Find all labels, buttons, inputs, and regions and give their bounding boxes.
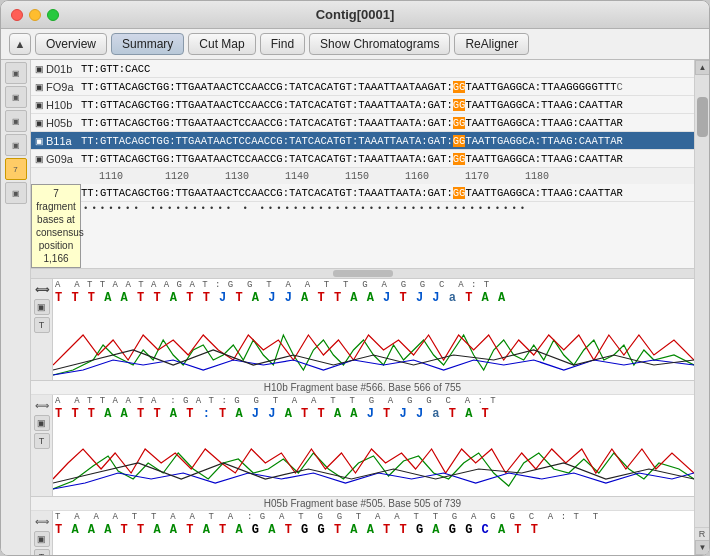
track-3-lower-seq: T A A A T T A A T A T A G A T G G T A A … xyxy=(53,523,694,537)
track-arrow-icon-3[interactable]: ⟺ xyxy=(34,513,50,529)
track-icon-1a[interactable]: ▣ xyxy=(34,299,50,315)
window-title: Contig[0001] xyxy=(316,7,395,22)
consensus-dots: ••••••• •••••••••• • •••••••••••••••••••… xyxy=(83,204,528,214)
right-scrollbar: ▲ R ▼ xyxy=(694,60,709,555)
track-1-upper-seq: A A T T A A T A A G A T : G G T A A T T … xyxy=(53,279,694,291)
find-button[interactable]: Find xyxy=(260,33,305,55)
tooltip-box: 7 fragment bases at consensus position 1… xyxy=(31,184,81,268)
consensus-seq-row: TT:GTTACAGCTGG:TTGAATAACTCCAACCG:TATCACA… xyxy=(81,184,694,202)
cutmap-button[interactable]: Cut Map xyxy=(188,33,255,55)
table-row: ▣ B11a TT:GTTACAGCTGG:TTGAATAACTCCAACCG:… xyxy=(31,132,694,150)
sequence-panel: ▣ D01b TT:GTT:CACC ▣ FO9a TT:GTTACAGCTGG… xyxy=(31,60,694,555)
row-seq-h05b: TT:GTTACAGCTGG:TTGAATAACTCCAACCG:TATCACA… xyxy=(81,117,623,129)
chroma-track-3: H05b Fragment base #505. Base 505 of 739… xyxy=(31,497,694,555)
table-row: ▣ H05b TT:GTTACAGCTGG:TTGAATAACTCCAACCG:… xyxy=(31,114,694,132)
consensus-seq-area: TT:GTTACAGCTGG:TTGAATAACTCCAACCG:TATCACA… xyxy=(81,184,694,216)
track-1-graph xyxy=(53,305,694,380)
row-id: FO9a xyxy=(46,81,74,93)
scrollbar-thumb[interactable] xyxy=(697,97,708,137)
track-2-label: H10b Fragment base #566. Base 566 of 755 xyxy=(31,381,694,395)
traffic-lights xyxy=(11,9,59,21)
row-seq-b11a: TT:GTTACAGCTGG:TTGAATAACTCCAACCG:TATCACA… xyxy=(81,135,623,147)
row-label-h05b: ▣ H05b xyxy=(31,117,81,129)
track-2-lower-seq: T T T A A T T A T : T A J J A T T A A J … xyxy=(53,407,694,421)
scroll-up-button[interactable]: ▲ xyxy=(695,60,709,75)
track-2-graph xyxy=(53,421,694,496)
track-1-icons: ⟺ ▣ T xyxy=(31,279,53,380)
contig-top: ▣ D01b TT:GTT:CACC ▣ FO9a TT:GTTACAGCTGG… xyxy=(31,60,694,269)
track-3-icons: ⟺ ▣ T xyxy=(31,511,53,555)
consensus-seq: TT:GTTACAGCTGG:TTGAATAACTCCAACCG:TATCACA… xyxy=(81,187,623,199)
track-1-lower-seq: T T T A A T T A T T J T A J J A T T A A … xyxy=(53,291,694,305)
ruler-numbers: 1110 1120 1130 1140 1150 1160 1170 1180 xyxy=(81,171,549,182)
consensus-row: 7 fragment bases at consensus position 1… xyxy=(31,184,694,268)
table-row: ▣ H10b TT:GTTACAGCTGG:TTGAATAACTCCAACCG:… xyxy=(31,96,694,114)
minimize-button[interactable] xyxy=(29,9,41,21)
tooltip-line3: consensus xyxy=(36,226,76,239)
track-icon-2a[interactable]: ▣ xyxy=(34,415,50,431)
overview-button[interactable]: Overview xyxy=(35,33,107,55)
h-scrollbar-thumb[interactable] xyxy=(333,270,393,277)
scroll-label-r: R xyxy=(695,527,709,540)
table-row: ▣ G09a TT:GTTACAGCTGG:TTGAATAACTCCAACCG:… xyxy=(31,150,694,168)
left-icon-2[interactable]: ▣ xyxy=(5,86,27,108)
row-seq-fo9a: TT:GTTACAGCTGG:TTGAATAACTCCAACCG:TATCACA… xyxy=(81,81,623,93)
horizontal-scrollbar[interactable] xyxy=(31,269,694,279)
chroma-track-2: H10b Fragment base #566. Base 566 of 755… xyxy=(31,381,694,497)
row-seq-h10b: TT:GTTACAGCTGG:TTGAATAACTCCAACCG:TATCACA… xyxy=(81,99,623,111)
row-id: G09a xyxy=(46,153,73,165)
track-3-upper-seq: T A A A T T A A T A : G A T G G T A A T … xyxy=(53,511,694,523)
left-icon-1[interactable]: ▣ xyxy=(5,62,27,84)
toolbar: ▲ Overview Summary Cut Map Find Show Chr… xyxy=(1,29,709,60)
zoom-button[interactable] xyxy=(47,9,59,21)
left-icon-6[interactable]: ▣ xyxy=(5,182,27,204)
row-label-b11a: ▣ B11a xyxy=(31,135,81,147)
track-2-upper-seq: A A T T A A T A : G A T : G G T A A T T … xyxy=(53,395,694,407)
main-content: ▣ ▣ ▣ ▣ 7 ▣ ▣ D01b TT:GTT:CACC xyxy=(1,60,709,555)
track-icon-2b[interactable]: T xyxy=(34,433,50,449)
track-3-seq-graph: T A A A T T A A T A : G A T G G T A A T … xyxy=(53,511,694,555)
row-label-fo9a: ▣ FO9a xyxy=(31,81,81,93)
track-3-content: ⟺ ▣ T T A A A T T A A T A : G A T G G T … xyxy=(31,511,694,555)
summary-button[interactable]: Summary xyxy=(111,33,184,55)
track-1-seq-graph: A A T T A A T A A G A T : G G T A A T T … xyxy=(53,279,694,380)
title-bar: Contig[0001] xyxy=(1,1,709,29)
track-2-icons: ⟺ ▣ T xyxy=(31,395,53,496)
row-label-d01b: ▣ D01b xyxy=(31,63,81,75)
row-seq-d01b: TT:GTT:CACC xyxy=(81,63,150,75)
track-icon-3a[interactable]: ▣ xyxy=(34,531,50,547)
table-row: ▣ FO9a TT:GTTACAGCTGG:TTGAATAACTCCAACCG:… xyxy=(31,78,694,96)
track-1-content: ⟺ ▣ T A A T T A A T A A G A T : G G T A … xyxy=(31,279,694,380)
main-window: Contig[0001] ▲ Overview Summary Cut Map … xyxy=(0,0,710,556)
nav-up-button[interactable]: ▲ xyxy=(9,33,31,55)
track-3-label: H05b Fragment base #505. Base 505 of 739 xyxy=(31,497,694,511)
realigner-button[interactable]: ReAligner xyxy=(454,33,529,55)
consensus-dots-row: ••••••• •••••••••• • •••••••••••••••••••… xyxy=(81,202,694,216)
row-id: B11a xyxy=(46,135,72,147)
track-3-graph xyxy=(53,537,694,555)
left-icon-5[interactable]: 7 xyxy=(5,158,27,180)
close-button[interactable] xyxy=(11,9,23,21)
ruler-row: 1110 1120 1130 1140 1150 1160 1170 1180 xyxy=(31,168,694,184)
row-id: D01b xyxy=(46,63,72,75)
row-id: H10b xyxy=(46,99,72,111)
track-2-content: ⟺ ▣ T A A T T A A T A : G A T : G G T A … xyxy=(31,395,694,496)
scrollbar-track[interactable] xyxy=(695,75,709,527)
row-id: H05b xyxy=(46,117,72,129)
track-2-seq-graph: A A T T A A T A : G A T : G G T A A T T … xyxy=(53,395,694,496)
track-arrow-icon-1[interactable]: ⟺ xyxy=(34,281,50,297)
row-label-h10b: ▣ H10b xyxy=(31,99,81,111)
chromatogram-area[interactable]: ⟺ ▣ T A A T T A A T A A G A T : G G T A … xyxy=(31,279,694,555)
tooltip-line4: position 1,166 xyxy=(36,239,76,265)
show-chromatograms-button[interactable]: Show Chromatograms xyxy=(309,33,450,55)
left-panel: ▣ ▣ ▣ ▣ 7 ▣ xyxy=(1,60,31,555)
row-label-g09a: ▣ G09a xyxy=(31,153,81,165)
track-arrow-icon-2[interactable]: ⟺ xyxy=(34,397,50,413)
track-icon-3b[interactable]: T xyxy=(34,549,50,555)
left-icon-3[interactable]: ▣ xyxy=(5,110,27,132)
row-seq-g09a: TT:GTTACAGCTGG:TTGAATAACTCCAACCG:TATCACA… xyxy=(81,153,623,165)
track-icon-1b[interactable]: T xyxy=(34,317,50,333)
tooltip-line1: 7 fragment xyxy=(36,187,76,213)
left-icon-4[interactable]: ▣ xyxy=(5,134,27,156)
scroll-down-button[interactable]: ▼ xyxy=(695,540,709,555)
